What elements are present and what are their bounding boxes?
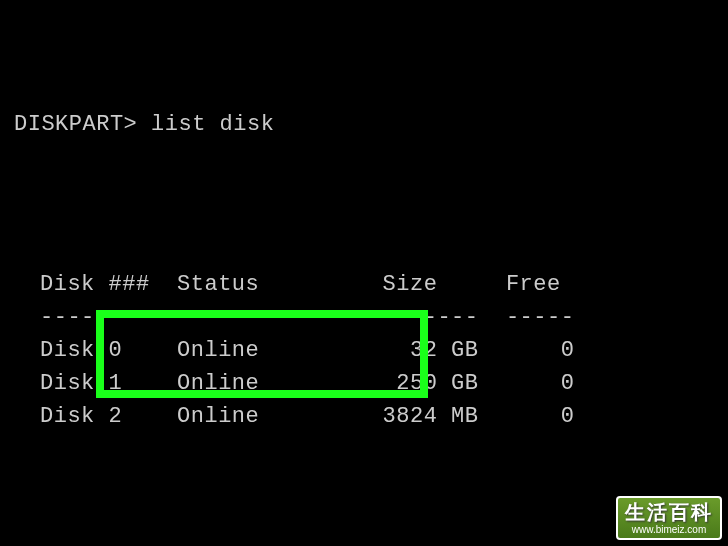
terminal-output: DISKPART> list disk Disk ### Status Size…	[14, 10, 728, 546]
prompt-label: DISKPART>	[14, 112, 137, 137]
list-command: list disk	[151, 112, 274, 137]
header-disk: Disk ###	[40, 272, 150, 297]
watermark-url: www.bimeiz.com	[625, 524, 713, 536]
watermark-badge: 生活百科 www.bimeiz.com	[616, 496, 722, 541]
divider-disk: --------	[40, 305, 150, 330]
table-row: Disk 0 Online 32 GB 0	[40, 338, 574, 363]
disk-table: Disk ### Status Size Free -------- -----…	[40, 268, 728, 433]
table-row: Disk 1 Online 250 GB 0	[40, 371, 574, 396]
header-free: Free	[506, 272, 561, 297]
watermark-title: 生活百科	[625, 501, 713, 524]
divider-free: -----	[506, 305, 575, 330]
divider-status: -------------	[177, 305, 355, 330]
command-line-list: DISKPART> list disk	[14, 108, 728, 141]
header-size: Size	[383, 272, 438, 297]
header-status: Status	[177, 272, 259, 297]
divider-size: -------	[383, 305, 479, 330]
table-row: Disk 2 Online 3824 MB 0	[40, 404, 574, 429]
